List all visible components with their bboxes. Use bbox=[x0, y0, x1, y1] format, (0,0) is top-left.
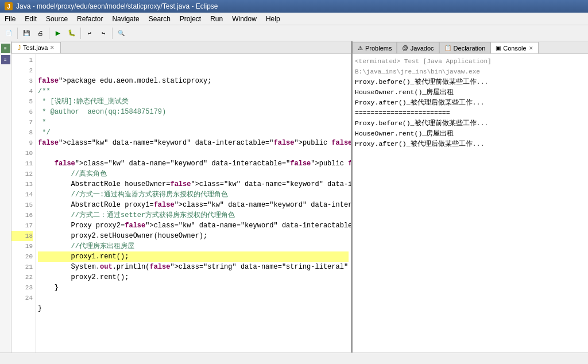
code-area[interactable]: 123456789101112131415161718192021222324 … bbox=[11, 54, 351, 353]
toolbar-btn-new[interactable]: 📄 bbox=[2, 27, 15, 40]
toolbar-btn-run[interactable]: ▶ bbox=[52, 27, 64, 40]
keyword: false bbox=[55, 160, 75, 168]
console-tab-close[interactable]: ✕ bbox=[529, 45, 533, 51]
menu-bar: FileEditSourceRefactorNavigateSearchProj… bbox=[0, 13, 588, 25]
javadoc-tab-icon: @ bbox=[402, 45, 408, 51]
line-numbers: 123456789101112131415161718192021222324 bbox=[11, 54, 36, 353]
console-tab-bar: ⚠Problems@Javadoc📋Declaration▣Console✕ bbox=[353, 41, 588, 54]
code-line-9: false">class="kw" data-name="keyword" da… bbox=[38, 158, 349, 169]
tab-close[interactable]: ✕ bbox=[50, 45, 55, 51]
keyword: false bbox=[125, 222, 145, 230]
console-header: <terminated> Test [Java Application] B:\… bbox=[355, 56, 586, 77]
toolbar-btn-print[interactable]: 🖨 bbox=[34, 27, 47, 40]
line-num-18: 18 bbox=[11, 231, 33, 241]
console-line-3: ======================== bbox=[355, 108, 586, 118]
toolbar-btn-debug[interactable]: 🐛 bbox=[65, 27, 78, 40]
console-line-1: HouseOwner.rent()_房屋出租 bbox=[355, 87, 586, 98]
line-num-15: 15 bbox=[11, 200, 33, 210]
line-num-1: 1 bbox=[11, 55, 33, 65]
code-line-3: * [说明]:静态代理_测试类 bbox=[38, 96, 349, 107]
console-line-0: Proxy.before()_被代理前做某些工作... bbox=[355, 77, 586, 87]
code-line-13: AbstractRole proxy1=false">class="kw" da… bbox=[38, 200, 349, 210]
line-num-4: 4 bbox=[11, 86, 33, 96]
line-num-11: 11 bbox=[11, 158, 33, 169]
left-panel: ≡ ≡ bbox=[0, 41, 11, 353]
line-num-20: 20 bbox=[11, 251, 33, 262]
console-tab-problems[interactable]: ⚠Problems bbox=[353, 42, 397, 53]
code-line-7: false">class="kw" data-name="keyword" da… bbox=[38, 138, 349, 148]
keyword: false bbox=[348, 160, 351, 168]
console-line-2: Proxy.after()_被代理后做某些工作... bbox=[355, 98, 586, 108]
code-line-21: } bbox=[38, 282, 349, 293]
line-num-23: 23 bbox=[11, 282, 33, 293]
menu-item-run[interactable]: Run bbox=[206, 13, 227, 25]
menu-item-project[interactable]: Project bbox=[175, 13, 206, 25]
status-bar bbox=[0, 353, 588, 364]
code-line-12: //方式一:通过构造器方式获得房东授权的代理角色 bbox=[38, 189, 349, 200]
menu-item-help[interactable]: Help bbox=[261, 13, 285, 25]
right-panel: ⚠Problems@Javadoc📋Declaration▣Console✕ <… bbox=[353, 41, 588, 353]
console-line-5: HouseOwner.rent()_房屋出租 bbox=[355, 129, 586, 139]
declaration-tab-icon: 📋 bbox=[444, 45, 451, 51]
tab-icon: J bbox=[18, 45, 21, 51]
comment-text: //代理房东出租房屋 bbox=[38, 242, 134, 250]
code-line-23: } bbox=[38, 303, 349, 313]
toolbar-btn-redo[interactable]: ↪ bbox=[97, 27, 110, 40]
comment-text: * bbox=[38, 118, 46, 126]
menu-item-window[interactable]: Window bbox=[227, 13, 261, 25]
console-tab-console[interactable]: ▣Console✕ bbox=[490, 42, 538, 53]
keyword: false bbox=[38, 139, 59, 147]
comment-text: * @author aeon(qq:1584875179) bbox=[38, 108, 166, 116]
keyword: false bbox=[170, 180, 191, 188]
comment-text: //方式一:通过构造器方式获得房东授权的代理角色 bbox=[38, 191, 228, 199]
code-line-24 bbox=[38, 313, 349, 324]
code-content[interactable]: false">package edu.aeon.model.staticprox… bbox=[36, 54, 351, 353]
line-num-19: 19 bbox=[11, 241, 33, 251]
toolbar-sep-4 bbox=[112, 28, 113, 39]
comment-text: */ bbox=[38, 129, 51, 137]
code-line-19: System.out.println(false">class="string"… bbox=[38, 262, 349, 272]
line-num-6: 6 bbox=[11, 107, 33, 117]
left-panel-btn-1[interactable]: ≡ bbox=[1, 44, 10, 53]
problems-tab-icon: ⚠ bbox=[358, 45, 363, 51]
editor-area: J Test.java ✕ 12345678910111213141516171… bbox=[11, 41, 353, 353]
menu-item-source[interactable]: Source bbox=[41, 13, 72, 25]
keyword: false bbox=[273, 139, 294, 147]
line-num-8: 8 bbox=[11, 127, 33, 138]
line-num-16: 16 bbox=[11, 210, 33, 220]
console-tab-javadoc[interactable]: @Javadoc bbox=[397, 42, 439, 53]
keyword: false bbox=[290, 160, 311, 168]
code-line-10: //真实角色 bbox=[38, 169, 349, 179]
code-line-15: Proxy proxy2=false">class="kw" data-name… bbox=[38, 220, 349, 231]
line-num-22: 22 bbox=[11, 272, 33, 282]
toolbar: 📄 💾 🖨 ▶ 🐛 ↩ ↪ 🔍 bbox=[0, 25, 588, 41]
code-line-6: */ bbox=[38, 127, 349, 138]
console-content[interactable]: <terminated> Test [Java Application] B:\… bbox=[353, 54, 588, 353]
comment-text: * [说明]:静态代理_测试类 bbox=[38, 98, 129, 106]
line-num-13: 13 bbox=[11, 179, 33, 189]
tab-test-java[interactable]: J Test.java ✕ bbox=[11, 42, 61, 53]
console-tab-declaration[interactable]: 📋Declaration bbox=[439, 42, 491, 53]
menu-item-refactor[interactable]: Refactor bbox=[72, 13, 107, 25]
line-num-5: 5 bbox=[11, 96, 33, 107]
toolbar-sep-2 bbox=[49, 28, 49, 39]
comment-text: //真实角色 bbox=[38, 170, 107, 178]
menu-item-edit[interactable]: Edit bbox=[20, 13, 41, 25]
keyword: false bbox=[331, 139, 351, 147]
editor-tab-bar: J Test.java ✕ bbox=[11, 41, 351, 54]
console-tab-label: Console bbox=[503, 45, 526, 52]
title-text: Java - model/proxy/edu/aeon/model/static… bbox=[16, 2, 218, 10]
code-line-5: * bbox=[38, 117, 349, 127]
menu-item-navigate[interactable]: Navigate bbox=[107, 13, 144, 25]
code-line-1: false">package edu.aeon.model.staticprox… bbox=[38, 76, 349, 86]
comment-text: /** bbox=[38, 87, 51, 95]
code-line-20: proxy2.rent(); bbox=[38, 272, 349, 282]
code-line-8 bbox=[38, 148, 349, 158]
code-line-14: //方式二：通过setter方式获得房东授权的代理角色 bbox=[38, 210, 349, 220]
toolbar-btn-search[interactable]: 🔍 bbox=[115, 27, 127, 40]
toolbar-btn-save[interactable]: 💾 bbox=[20, 27, 33, 40]
menu-item-file[interactable]: File bbox=[0, 13, 20, 25]
menu-item-search[interactable]: Search bbox=[144, 13, 175, 25]
left-panel-btn-2[interactable]: ≡ bbox=[1, 55, 10, 64]
toolbar-btn-undo[interactable]: ↩ bbox=[83, 27, 96, 40]
